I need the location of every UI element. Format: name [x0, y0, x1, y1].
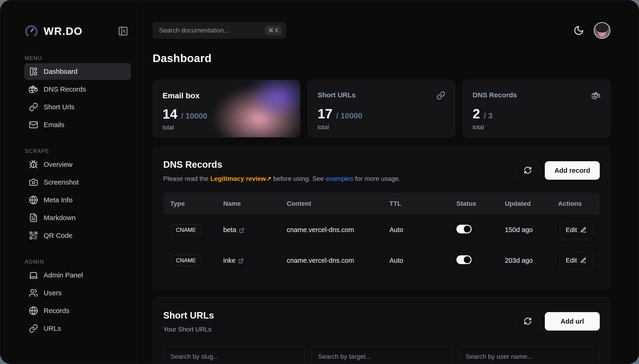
sidebar-item-dns-records[interactable]: DNS Records	[24, 81, 131, 98]
record-type-badge: CNAME	[170, 255, 202, 266]
col-status: Status	[456, 200, 505, 207]
sidebar-item-urls[interactable]: URLs	[24, 320, 131, 337]
sidebar-item-dashboard[interactable]: Dashboard	[24, 63, 131, 80]
edit-button[interactable]: Edit	[560, 252, 593, 270]
sidebar-item-screenshot[interactable]: Screenshot	[24, 174, 131, 190]
desc-text: for more usage.	[354, 175, 401, 182]
edit-label: Edit	[566, 226, 577, 234]
col-name: Name	[223, 200, 287, 207]
card-value: 17	[318, 106, 333, 121]
refresh-button[interactable]	[517, 312, 539, 330]
file-text-icon	[29, 213, 38, 222]
dashboard-icon	[29, 67, 38, 76]
sidebar-item-meta-info[interactable]: Meta Info	[24, 192, 131, 208]
card-caption: total	[473, 124, 600, 131]
main-content: Search documentation... ⌘ K Dashboard Em…	[137, 0, 639, 364]
table-row: CNAME beta cname.vercel-dns.com Auto 150…	[163, 215, 600, 245]
sidebar-item-label: Screenshot	[44, 178, 79, 186]
status-toggle[interactable]	[456, 255, 472, 264]
sidebar-item-label: Dashboard	[44, 68, 78, 76]
topbar: Search documentation... ⌘ K	[153, 22, 610, 39]
sidebar-item-short-urls[interactable]: Short Urls	[24, 99, 131, 115]
sidebar-item-label: Records	[44, 307, 70, 315]
dns-records-panel: DNS Records Please read the Legitimacy r…	[153, 147, 610, 290]
examples-link[interactable]: examples	[326, 175, 354, 182]
edit-label: Edit	[566, 257, 577, 264]
external-link-icon[interactable]	[239, 227, 244, 233]
card-caption: total	[318, 124, 446, 131]
sidebar-item-qr-code[interactable]: QR Code	[24, 227, 131, 244]
globe-lock-icon	[592, 91, 600, 100]
refresh-button[interactable]	[517, 161, 539, 179]
search-by-user-name-input[interactable]	[458, 346, 600, 364]
record-updated: 150d ago	[505, 226, 558, 234]
app-window: WR.DO MENU Dashboard DNS Records	[0, 0, 639, 364]
card-limit: / 10000	[336, 111, 362, 120]
globe-icon	[29, 196, 38, 204]
sidebar-item-overview[interactable]: Overview	[24, 156, 131, 173]
sidebar-item-admin-panel[interactable]: Admin Panel	[24, 267, 131, 284]
search-input[interactable]: Search documentation... ⌘ K	[153, 22, 286, 39]
record-updated: 203d ago	[505, 257, 558, 264]
toggle-knob	[464, 256, 471, 263]
card-value: 14	[163, 106, 178, 122]
card-title: DNS Records	[473, 91, 517, 99]
sidebar-item-label: URLs	[44, 324, 61, 332]
card-limit: / 3	[484, 111, 493, 120]
sidebar-item-users[interactable]: Users	[24, 285, 131, 301]
col-actions: Actions	[558, 200, 593, 207]
sidebar-item-records[interactable]: Records	[24, 302, 131, 319]
stat-cards: Email box 14 / 10000 total Short URLs 17…	[153, 80, 610, 138]
add-url-button[interactable]: Add url	[545, 312, 600, 330]
record-name: inke	[223, 257, 235, 264]
stat-card-dns-records: DNS Records 2 / 3 total	[463, 80, 610, 138]
edit-button[interactable]: Edit	[560, 221, 593, 239]
col-updated: Updated	[505, 200, 558, 207]
nav-section-menu: MENU	[24, 55, 131, 61]
sidebar-item-label: Overview	[44, 160, 73, 168]
status-toggle[interactable]	[456, 225, 472, 234]
mail-icon	[29, 120, 38, 130]
legitimacy-review-link[interactable]: Legitimacy review	[210, 175, 266, 182]
keyboard-shortcut-badge: ⌘ K	[265, 26, 282, 36]
card-value: 2	[473, 106, 480, 121]
external-link-icon[interactable]	[238, 258, 244, 263]
qr-code-icon	[29, 231, 38, 240]
sidebar-item-label: Admin Panel	[44, 271, 83, 279]
globe-icon	[29, 306, 38, 315]
card-title: Short URLs	[318, 91, 356, 99]
nav-section-scrape: SCRAPE	[24, 148, 131, 154]
stat-card-short-urls: Short URLs 17 / 10000 total	[308, 80, 455, 138]
refresh-icon	[524, 317, 532, 325]
record-ttl: Auto	[390, 226, 456, 234]
sidebar-collapse-icon[interactable]	[118, 26, 128, 36]
sidebar-item-emails[interactable]: Emails	[24, 116, 131, 133]
table-header-row: Type Name Content TTL Status Updated Act…	[163, 192, 600, 215]
nav-section-admin: ADMIN	[24, 259, 131, 265]
table-row: CNAME inke cname.vercel-dns.com Auto 203…	[163, 245, 600, 276]
camera-icon	[29, 178, 38, 187]
search-by-target-input[interactable]	[311, 346, 452, 364]
record-name: beta	[223, 226, 236, 234]
search-by-slug-input[interactable]	[163, 346, 304, 364]
sidebar-item-markdown[interactable]: Markdown	[24, 210, 131, 226]
sidebar-item-label: Markdown	[44, 214, 76, 222]
brand-gauge-icon	[24, 24, 39, 38]
link-icon	[29, 324, 38, 333]
brand-name: WR.DO	[44, 25, 82, 37]
theme-toggle-moon-icon[interactable]	[573, 25, 584, 36]
user-avatar[interactable]	[594, 22, 610, 39]
pencil-icon	[580, 227, 587, 233]
link-icon	[29, 102, 38, 112]
add-record-button[interactable]: Add record	[545, 161, 600, 180]
col-ttl: TTL	[390, 200, 456, 207]
arrow-up-right-icon: ↗	[266, 175, 271, 182]
refresh-icon	[524, 166, 532, 174]
search-placeholder: Search documentation...	[159, 27, 229, 34]
record-type-badge: CNAME	[170, 224, 202, 236]
sidebar-item-label: Users	[44, 289, 62, 297]
users-icon	[29, 288, 38, 298]
globe-lock-icon	[29, 85, 38, 94]
card-limit: / 10000	[181, 112, 207, 120]
url-filters	[163, 346, 600, 364]
